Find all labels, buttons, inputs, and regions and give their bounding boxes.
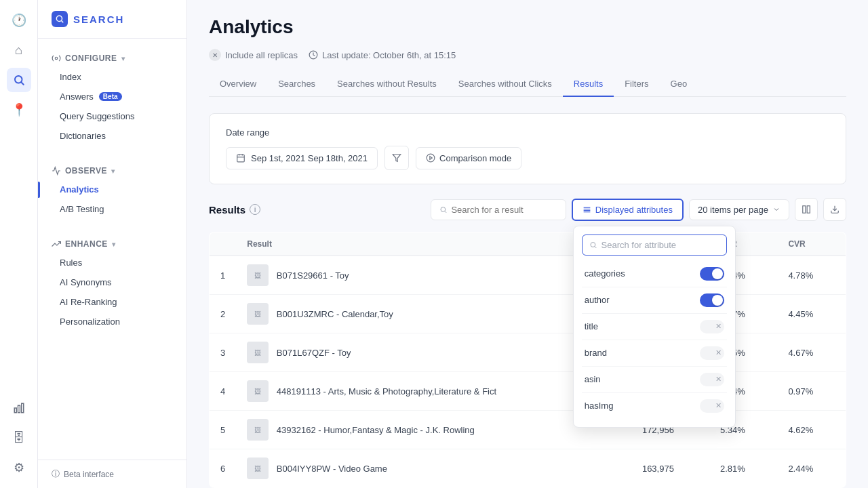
results-table: Result Count CTR CVR 1 🖼 B071S29661 - To… [209,232,846,488]
result-thumbnail: 🖼 [247,380,269,402]
tab-searches-without-clicks[interactable]: Searches without Clicks [448,72,563,97]
sidebar-item-ai-synonyms[interactable]: AI Synonyms [38,272,186,292]
bar-chart-icon-btn[interactable] [7,396,31,420]
settings-icon-btn[interactable]: ⚙ [7,455,31,480]
results-info-icon[interactable]: i [250,204,260,215]
sidebar-item-personalization[interactable]: Personalization [38,312,186,331]
table-row: 1 🖼 B071S29661 - Toy 276,334 5.44% 4.78% [210,256,846,295]
result-name: 448191113 - Arts, Music & Photography,Li… [277,386,496,396]
sidebar-item-analytics[interactable]: Analytics [38,180,186,199]
result-name: B004IYY8PW - Video Game [277,464,387,474]
main-area: Analytics ✕ Include all replicas Last up… [187,0,868,488]
svg-point-22 [591,242,595,247]
tab-searches-without-results[interactable]: Searches without Results [326,72,448,97]
attr-asin-label: asin [585,374,601,384]
col-cvr: CVR [777,232,846,256]
page-title: Analytics [209,16,846,38]
svg-point-16 [441,207,446,211]
date-picker[interactable]: Sep 1st, 2021 Sep 18th, 2021 [226,147,378,169]
observe-label: OBSERVE [65,166,107,176]
attr-title-toggle[interactable]: ✕ [700,320,724,333]
sidebar-item-answers[interactable]: Answers Beta [38,87,186,106]
svg-rect-24 [803,206,806,214]
download-button[interactable] [823,198,846,221]
search-result-field[interactable] [451,205,557,215]
result-thumbnail: 🖼 [247,458,269,479]
tab-overview[interactable]: Overview [209,72,267,97]
row-result: 🖼 43932162 - Humor,Fantasy & Magic - J.K… [236,411,631,449]
row-rank: 2 [210,295,237,333]
tab-searches[interactable]: Searches [267,72,326,97]
attr-author-label: author [585,295,610,305]
comparison-mode-button[interactable]: Comparison mode [416,147,521,169]
result-name: B001U3ZMRC - Calendar,Toy [277,309,393,319]
answers-badge: Beta [99,92,122,101]
attr-author-toggle[interactable] [700,293,724,307]
attribute-search-wrap[interactable] [582,235,727,256]
columns-view-button[interactable] [795,198,818,221]
row-result: 🖼 B071L67QZF - Toy [236,333,631,372]
result-name: B071L67QZF - Toy [277,348,351,358]
sidebar-item-index[interactable]: Index [38,67,186,87]
result-name: 43932162 - Humor,Fantasy & Magic - J.K. … [277,425,475,435]
per-page-select[interactable]: 20 items per page [689,199,789,220]
displayed-attributes-button[interactable]: Displayed attributes categories [572,199,684,221]
svg-marker-13 [393,155,401,162]
row-cvr: 2.44% [777,449,846,488]
pin-icon-btn[interactable]: 📍 [7,98,31,122]
attr-item-asin: asin ✕ [582,367,727,393]
home-icon-btn[interactable]: ⌂ [7,38,31,62]
sidebar-item-rules[interactable]: Rules [38,253,186,272]
attr-categories-toggle[interactable] [700,267,724,281]
tab-geo[interactable]: Geo [660,72,698,97]
configure-header[interactable]: CONFIGURE ▾ [38,49,186,67]
attribute-search-input[interactable] [601,240,719,250]
sidebar-item-ab-testing[interactable]: A/B Testing [38,199,186,219]
tab-filters[interactable]: Filters [614,72,659,97]
row-rank: 1 [210,256,237,295]
table-row: 2 🖼 B001U3ZMRC - Calendar,Toy 239,051 5.… [210,295,846,333]
results-controls: Displayed attributes categories [431,198,846,221]
svg-rect-2 [14,408,16,413]
row-rank: 4 [210,372,237,411]
result-thumbnail: 🖼 [247,303,269,325]
clock-icon-btn[interactable]: 🕐 [7,8,31,33]
sidebar-item-dictionaries[interactable]: Dictionaries [38,126,186,146]
database-icon-btn[interactable]: 🗄 [7,426,31,450]
top-bar: ✕ Include all replicas Last update: Octo… [209,49,846,61]
filter-button[interactable] [384,146,409,170]
col-result: Result [236,232,631,256]
svg-point-7 [55,57,58,60]
sidebar-item-query-suggestions[interactable]: Query Suggestions [38,106,186,126]
enhance-header[interactable]: ENHANCE ▾ [38,235,186,253]
svg-line-23 [595,246,596,247]
tab-results[interactable]: Results [563,72,614,97]
row-ctr: 2.81% [709,449,777,488]
app-logo: SEARCH [38,0,186,39]
table-row: 5 🖼 43932162 - Humor,Fantasy & Magic - J… [210,411,846,449]
svg-rect-4 [21,403,23,413]
row-cvr: 4.67% [777,333,846,372]
sidebar-item-ai-reranking[interactable]: AI Re-Ranking [38,292,186,312]
attr-hasimg-toggle[interactable]: ✕ [700,399,724,413]
search-result-input[interactable] [431,199,566,220]
attr-item-title: title ✕ [582,314,727,340]
beta-interface-btn[interactable]: ⓘ Beta interface [52,468,173,480]
beta-icon: ⓘ [52,468,60,480]
replica-toggle-close[interactable]: ✕ [209,49,221,61]
attr-brand-toggle[interactable]: ✕ [700,346,724,360]
svg-rect-9 [237,155,245,162]
svg-marker-15 [430,157,433,160]
search-icon-btn[interactable] [7,68,31,92]
observe-header[interactable]: OBSERVE ▾ [38,162,186,180]
observe-chevron: ▾ [111,167,115,175]
table-row: 6 🖼 B004IYY8PW - Video Game 163,975 2.81… [210,449,846,488]
svg-line-1 [21,82,23,84]
row-result: 🖼 B004IYY8PW - Video Game [236,449,631,488]
configure-chevron: ▾ [121,55,125,62]
attr-brand-label: brand [585,348,607,358]
col-rank [210,232,237,256]
attr-item-categories: categories [582,261,727,287]
attr-asin-toggle[interactable]: ✕ [700,373,724,386]
analytics-tabs: Overview Searches Searches without Resul… [209,72,846,97]
